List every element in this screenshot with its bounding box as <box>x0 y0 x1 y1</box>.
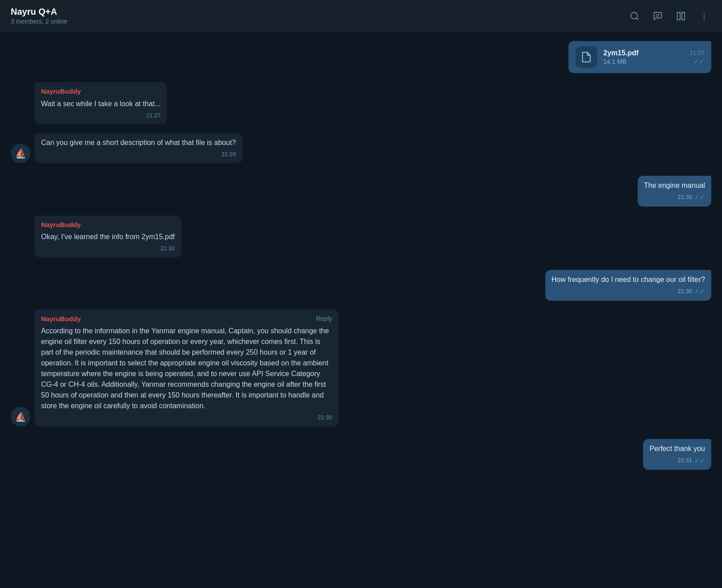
message-time: 21:30 <box>677 287 692 296</box>
chat-title: Nayru Q+A <box>11 7 67 17</box>
columns-icon[interactable] <box>674 9 688 23</box>
svg-rect-5 <box>682 12 685 20</box>
chat-subtitle: 3 members, 2 online <box>11 18 67 25</box>
message-time: 21:31 <box>677 456 692 465</box>
avatar: ⛵ <box>11 144 30 163</box>
message-text: Perfect thank you <box>649 443 705 454</box>
svg-point-7 <box>704 15 705 17</box>
chat-header: Nayru Q+A 3 members, 2 online <box>0 0 722 32</box>
incoming-bubble: NayruBuddy Okay, I've learned the info f… <box>35 215 181 257</box>
outgoing-bubble: Perfect thank you 21:31 ✓✓ <box>643 439 711 470</box>
message-time: 21:30 <box>160 244 175 253</box>
file-size: 14.1 MB <box>603 58 683 65</box>
message-row: ⛵ Can you give me a short description of… <box>11 133 711 163</box>
svg-line-1 <box>636 18 638 20</box>
message-text: Can you give me a short description of w… <box>41 137 236 148</box>
svg-point-8 <box>704 18 705 20</box>
header-actions <box>627 9 711 23</box>
svg-point-6 <box>704 12 705 14</box>
message-row: Perfect thank you 21:31 ✓✓ <box>11 439 711 470</box>
file-message-bubble: 2ym15.pdf 14.1 MB 21:27 ✓✓ <box>568 41 711 73</box>
file-name: 2ym15.pdf <box>603 49 683 57</box>
message-text: Wait a sec while I take a look at that..… <box>41 99 161 109</box>
message-text: How frequently do I need to change our o… <box>552 274 705 285</box>
message-text: Okay, I've learned the info from 2ym15.p… <box>41 232 175 242</box>
file-icon <box>576 46 597 68</box>
message-time: 21:28 <box>221 150 236 159</box>
message-row: 2ym15.pdf 14.1 MB 21:27 ✓✓ <box>11 41 711 73</box>
message-text: The engine manual <box>644 180 705 191</box>
read-receipt-icon: ✓✓ <box>693 58 704 65</box>
message-row: NayruBuddy Wait a sec while I take a loo… <box>11 82 711 124</box>
sender-name: NayruBuddy <box>41 87 161 97</box>
outgoing-bubble: How frequently do I need to change our o… <box>545 270 711 301</box>
message-time: 21:27 <box>689 50 704 56</box>
chat-messages: 2ym15.pdf 14.1 MB 21:27 ✓✓ NayruBuddy Wa… <box>0 32 722 588</box>
message-row: ⛵ NayruBuddy Reply According to the info… <box>11 310 711 427</box>
message-row: How frequently do I need to change our o… <box>11 270 711 301</box>
read-receipt-icon: ✓✓ <box>694 193 705 202</box>
message-row: The engine manual 21:30 ✓✓ <box>11 176 711 207</box>
incoming-bubble: NayruBuddy Reply According to the inform… <box>35 310 338 427</box>
message-time: 21:27 <box>146 111 161 120</box>
read-receipt-icon: ✓✓ <box>694 287 705 296</box>
incoming-bubble: NayruBuddy Wait a sec while I take a loo… <box>35 82 167 124</box>
header-info: Nayru Q+A 3 members, 2 online <box>11 7 67 25</box>
message-time: 21:30 <box>677 193 692 202</box>
broadcast-icon[interactable] <box>651 9 665 23</box>
sender-name: NayruBuddy <box>41 220 175 230</box>
outgoing-bubble: The engine manual 21:30 ✓✓ <box>638 176 711 207</box>
sender-name: NayruBuddy <box>41 314 81 324</box>
reply-button[interactable]: Reply <box>316 314 332 323</box>
search-icon[interactable] <box>627 9 642 23</box>
message-time: 21:30 <box>317 413 332 422</box>
message-row: NayruBuddy Okay, I've learned the info f… <box>11 215 711 257</box>
svg-rect-4 <box>677 12 680 20</box>
message-text: According to the information in the Yanm… <box>41 326 332 411</box>
read-receipt-icon: ✓✓ <box>694 456 705 465</box>
incoming-bubble: Can you give me a short description of w… <box>35 133 242 163</box>
more-icon[interactable] <box>697 9 711 23</box>
avatar: ⛵ <box>11 407 30 427</box>
